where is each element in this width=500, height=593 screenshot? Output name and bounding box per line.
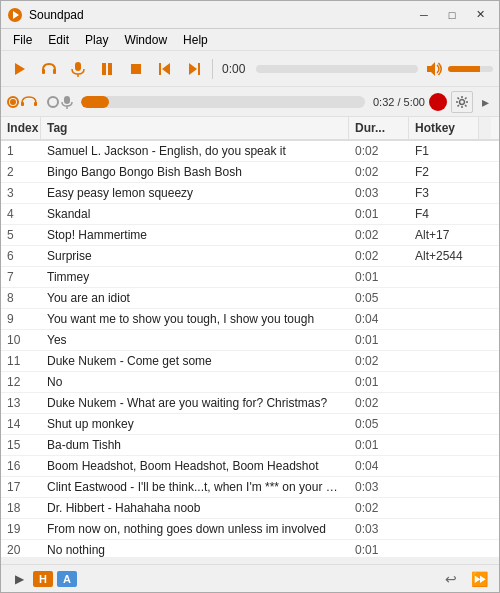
cell-tag: Easy peasy lemon squeezy xyxy=(41,183,349,203)
recording-progress[interactable] xyxy=(81,96,365,108)
pause-button[interactable] xyxy=(94,56,120,82)
radio-headphones-circle xyxy=(7,96,19,108)
cell-dur: 0:03 xyxy=(349,519,409,539)
cell-dur: 0:04 xyxy=(349,456,409,476)
cell-dur: 0:01 xyxy=(349,372,409,392)
table-row[interactable]: 1 Samuel L. Jackson - English, do you sp… xyxy=(1,141,499,162)
table-row[interactable]: 10 Yes 0:01 xyxy=(1,330,499,351)
cell-tag: Stop! Hammertime xyxy=(41,225,349,245)
cell-tag: No nothing xyxy=(41,540,349,557)
table-row[interactable]: 11 Duke Nukem - Come get some 0:02 xyxy=(1,351,499,372)
record-button[interactable] xyxy=(429,93,447,111)
table-body: 1 Samuel L. Jackson - English, do you sp… xyxy=(1,141,499,557)
table-row[interactable]: 7 Timmey 0:01 xyxy=(1,267,499,288)
svg-point-19 xyxy=(460,99,465,104)
cell-dur: 0:02 xyxy=(349,246,409,266)
cell-index: 10 xyxy=(1,330,41,350)
menu-file[interactable]: File xyxy=(5,32,40,48)
table-row[interactable]: 8 You are an idiot 0:05 xyxy=(1,288,499,309)
cell-dur: 0:01 xyxy=(349,435,409,455)
pause-icon xyxy=(101,62,113,76)
toolbar1: 0:00 xyxy=(1,51,499,87)
title-bar-controls: ─ □ ✕ xyxy=(411,5,493,25)
minimize-button[interactable]: ─ xyxy=(411,5,437,25)
close-button[interactable]: ✕ xyxy=(467,5,493,25)
radio-headphones[interactable] xyxy=(7,95,37,109)
cell-scroll-space xyxy=(479,435,499,455)
table-row[interactable]: 14 Shut up monkey 0:05 xyxy=(1,414,499,435)
cell-index: 2 xyxy=(1,162,41,182)
cell-scroll-space xyxy=(479,225,499,245)
settings-button[interactable] xyxy=(451,91,473,113)
play-button[interactable] xyxy=(7,56,33,82)
playback-progress[interactable] xyxy=(256,65,418,73)
table-row[interactable]: 16 Boom Headshot, Boom Headshot, Boom He… xyxy=(1,456,499,477)
mic-small-icon xyxy=(61,95,73,109)
table-row[interactable]: 20 No nothing 0:01 xyxy=(1,540,499,557)
badge-hotkeys[interactable]: H xyxy=(33,571,53,587)
cell-dur: 0:03 xyxy=(349,183,409,203)
cell-tag: Samuel L. Jackson - English, do you spea… xyxy=(41,141,349,161)
cell-hotkey: F1 xyxy=(409,141,479,161)
cell-dur: 0:02 xyxy=(349,393,409,413)
menu-window[interactable]: Window xyxy=(116,32,175,48)
stop-button[interactable] xyxy=(123,56,149,82)
svg-marker-11 xyxy=(162,63,170,75)
cell-index: 19 xyxy=(1,519,41,539)
radio-mic[interactable] xyxy=(47,95,73,109)
table-row[interactable]: 4 Skandal 0:01 F4 xyxy=(1,204,499,225)
cell-scroll-space xyxy=(479,162,499,182)
table-row[interactable]: 18 Dr. Hibbert - Hahahaha noob 0:02 xyxy=(1,498,499,519)
maximize-button[interactable]: □ xyxy=(439,5,465,25)
volume-slider[interactable] xyxy=(448,66,493,72)
table-row[interactable]: 13 Duke Nukem - What are you waiting for… xyxy=(1,393,499,414)
menu-play[interactable]: Play xyxy=(77,32,116,48)
table-row[interactable]: 12 No 0:01 xyxy=(1,372,499,393)
svg-rect-15 xyxy=(21,102,24,106)
col-dur: Dur... xyxy=(349,117,409,139)
cell-scroll-space xyxy=(479,267,499,287)
toolbar2: 0:32 / 5:00 ▸ xyxy=(1,87,499,117)
cell-hotkey: Alt+17 xyxy=(409,225,479,245)
cell-index: 15 xyxy=(1,435,41,455)
replay-button[interactable]: ↩ xyxy=(439,569,463,589)
mic-button[interactable] xyxy=(65,56,91,82)
table-row[interactable]: 5 Stop! Hammertime 0:02 Alt+17 xyxy=(1,225,499,246)
forward-button[interactable]: ⏩ xyxy=(467,569,491,589)
cell-dur: 0:01 xyxy=(349,267,409,287)
app-title: Soundpad xyxy=(29,8,84,22)
volume-icon xyxy=(425,61,443,77)
cell-hotkey xyxy=(409,267,479,287)
cell-scroll-space xyxy=(479,183,499,203)
svg-rect-9 xyxy=(131,64,141,74)
table-row[interactable]: 19 From now on, nothing goes down unless… xyxy=(1,519,499,540)
table-row[interactable]: 9 You want me to show you tough, I show … xyxy=(1,309,499,330)
cell-scroll-space xyxy=(479,393,499,413)
next-icon xyxy=(187,62,201,76)
svg-rect-4 xyxy=(53,69,56,74)
mic-icon xyxy=(71,61,85,77)
table-row[interactable]: 17 Clint Eastwood - I'll be think...t, w… xyxy=(1,477,499,498)
recording-time: 0:32 / 5:00 xyxy=(373,96,425,108)
next-button[interactable] xyxy=(181,56,207,82)
cell-index: 14 xyxy=(1,414,41,434)
table-row[interactable]: 15 Ba-dum Tishh 0:01 xyxy=(1,435,499,456)
status-right: ↩ ⏩ xyxy=(439,569,491,589)
expand-button[interactable]: ▸ xyxy=(477,91,493,113)
table-row[interactable]: 2 Bingo Bango Bongo Bish Bash Bosh 0:02 … xyxy=(1,162,499,183)
cell-dur: 0:02 xyxy=(349,162,409,182)
badge-auto[interactable]: A xyxy=(57,571,77,587)
sound-table[interactable]: Index Tag Dur... Hotkey 1 Samuel L. Jack… xyxy=(1,117,499,557)
cell-index: 12 xyxy=(1,372,41,392)
menu-help[interactable]: Help xyxy=(175,32,216,48)
cell-hotkey xyxy=(409,330,479,350)
table-row[interactable]: 3 Easy peasy lemon squeezy 0:03 F3 xyxy=(1,183,499,204)
table-row[interactable]: 6 Surprise 0:02 Alt+2544 xyxy=(1,246,499,267)
status-play-button[interactable]: ▶ xyxy=(9,569,29,589)
table-wrapper: Index Tag Dur... Hotkey 1 Samuel L. Jack… xyxy=(1,117,499,564)
prev-button[interactable] xyxy=(152,56,178,82)
menu-edit[interactable]: Edit xyxy=(40,32,77,48)
cell-scroll-space xyxy=(479,204,499,224)
cell-scroll-space xyxy=(479,519,499,539)
headphones-button[interactable] xyxy=(36,56,62,82)
